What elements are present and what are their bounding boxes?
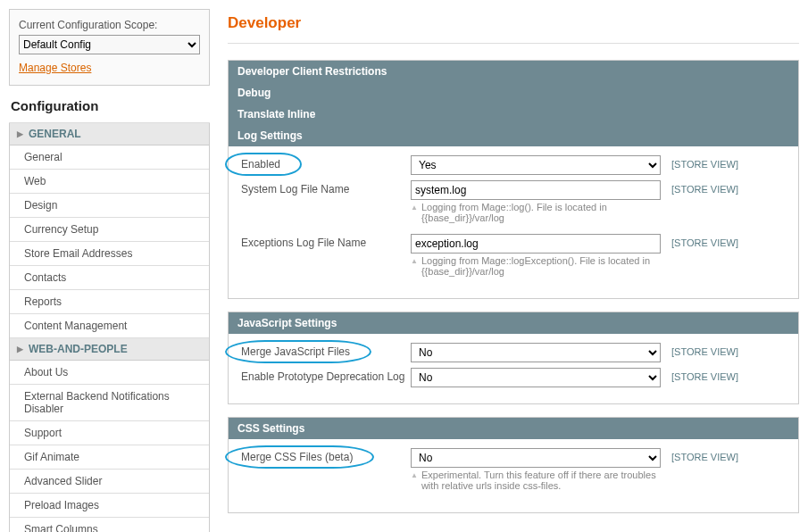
- field-row: Exceptions Log File Name▲Logging from Ma…: [241, 234, 786, 282]
- panel-header[interactable]: Developer Client Restrictions: [229, 61, 798, 82]
- field-row: Enable Prototype Deprecation LogNo[STORE…: [241, 368, 786, 387]
- sidebar-item[interactable]: Content Management: [10, 314, 209, 338]
- field-hint: ▲Logging from Mage::logException(). File…: [411, 254, 661, 282]
- page-title: Developer: [228, 9, 799, 44]
- sidebar-item[interactable]: General: [10, 145, 209, 170]
- field-label: Merge CSS Files (beta): [241, 448, 411, 463]
- field-row: Merge CSS Files (beta)No▲Experimental. T…: [241, 448, 786, 496]
- scope-link[interactable]: [STORE VIEW]: [671, 371, 738, 382]
- field-label: Exceptions Log File Name: [241, 234, 411, 249]
- sidebar-item[interactable]: Preload Images: [10, 494, 209, 518]
- sidebar-group-title: GENERAL: [29, 128, 81, 140]
- sidebar-item[interactable]: Gif Animate: [10, 445, 209, 470]
- sidebar-group-header[interactable]: ▶WEB-AND-PEOPLE: [9, 338, 210, 361]
- field-select[interactable]: Yes: [411, 155, 661, 175]
- sidebar: Current Configuration Scope: Default Con…: [9, 9, 210, 532]
- panel-body: Merge CSS Files (beta)No▲Experimental. T…: [229, 439, 798, 512]
- sidebar-item[interactable]: Reports: [10, 290, 209, 314]
- panel-header[interactable]: CSS Settings: [229, 418, 798, 439]
- sidebar-item[interactable]: Contacts: [10, 266, 209, 290]
- field-row: System Log File Name▲Logging from Mage::…: [241, 180, 786, 229]
- scope-select[interactable]: Default Config: [19, 35, 200, 54]
- field-label: Merge JavaScript Files: [241, 343, 411, 358]
- field-row: EnabledYes[STORE VIEW]: [241, 155, 786, 175]
- config-panel: Log SettingsEnabledYes[STORE VIEW]System…: [228, 125, 799, 299]
- sidebar-item[interactable]: Currency Setup: [10, 218, 209, 242]
- field-control: No: [411, 368, 661, 387]
- field-input[interactable]: [411, 234, 661, 254]
- sidebar-item[interactable]: Store Email Addresses: [10, 242, 209, 266]
- config-panel: Translate Inline: [228, 104, 799, 125]
- field-control: No▲Experimental. Turn this feature off i…: [411, 448, 661, 496]
- field-control: No: [411, 343, 661, 362]
- highlight-circle: Merge CSS Files (beta): [241, 451, 353, 463]
- highlight-circle: Merge JavaScript Files: [241, 345, 350, 358]
- config-panel: Developer Client Restrictions: [228, 60, 799, 82]
- sidebar-item[interactable]: About Us: [10, 361, 209, 385]
- field-row: Merge JavaScript FilesNo[STORE VIEW]: [241, 343, 786, 362]
- field-scope: [STORE VIEW]: [661, 234, 738, 249]
- chevron-right-icon: ▶: [17, 129, 23, 138]
- field-control: ▲Logging from Mage::logException(). File…: [411, 234, 661, 282]
- scope-link[interactable]: [STORE VIEW]: [671, 452, 738, 462]
- scope-link[interactable]: [STORE VIEW]: [671, 237, 738, 248]
- sidebar-item[interactable]: Smart Columns: [10, 518, 209, 532]
- field-hint: ▲Experimental. Turn this feature off if …: [411, 468, 661, 496]
- panel-header[interactable]: JavaScript Settings: [229, 312, 798, 334]
- field-label: Enable Prototype Deprecation Log: [241, 368, 411, 383]
- scope-link[interactable]: [STORE VIEW]: [671, 346, 738, 357]
- field-select[interactable]: No: [411, 368, 661, 387]
- panel-body: Merge JavaScript FilesNo[STORE VIEW]Enab…: [229, 334, 798, 403]
- field-input[interactable]: [411, 180, 661, 200]
- field-control: Yes: [411, 155, 661, 175]
- field-scope: [STORE VIEW]: [661, 343, 738, 358]
- sidebar-group-title: WEB-AND-PEOPLE: [29, 343, 128, 355]
- sidebar-item[interactable]: Support: [10, 421, 209, 445]
- scope-box: Current Configuration Scope: Default Con…: [9, 9, 210, 86]
- panel-header[interactable]: Debug: [229, 82, 798, 104]
- caret-up-icon: ▲: [411, 471, 418, 479]
- highlight-circle: Enabled: [241, 158, 280, 170]
- manage-stores-link[interactable]: Manage Stores: [19, 62, 91, 74]
- config-panel: Debug: [228, 82, 799, 104]
- panel-header[interactable]: Log Settings: [229, 125, 798, 146]
- field-select[interactable]: No: [411, 343, 661, 362]
- field-scope: [STORE VIEW]: [661, 180, 738, 195]
- sidebar-item[interactable]: External Backend Notifications Disabler: [10, 385, 209, 421]
- caret-up-icon: ▲: [411, 204, 418, 212]
- field-hint: ▲Logging from Mage::log(). File is locat…: [411, 200, 661, 229]
- field-label: Enabled: [241, 155, 411, 170]
- field-scope: [STORE VIEW]: [661, 368, 738, 383]
- field-select[interactable]: No: [411, 448, 661, 468]
- field-scope: [STORE VIEW]: [661, 448, 738, 463]
- sidebar-item[interactable]: Advanced Slider: [10, 470, 209, 494]
- field-scope: [STORE VIEW]: [661, 155, 738, 170]
- scope-link[interactable]: [STORE VIEW]: [671, 159, 738, 170]
- field-label: System Log File Name: [241, 180, 411, 195]
- panel-body: EnabledYes[STORE VIEW]System Log File Na…: [229, 146, 798, 298]
- panel-header[interactable]: Translate Inline: [229, 104, 798, 125]
- sidebar-item[interactable]: Design: [10, 194, 209, 218]
- field-control: ▲Logging from Mage::log(). File is locat…: [411, 180, 661, 229]
- config-heading: Configuration: [9, 91, 210, 123]
- sidebar-group-header[interactable]: ▶GENERAL: [9, 123, 210, 145]
- config-panel: CSS SettingsMerge CSS Files (beta)No▲Exp…: [228, 417, 799, 513]
- main: Developer Developer Client RestrictionsD…: [228, 9, 799, 532]
- caret-up-icon: ▲: [411, 257, 418, 265]
- scope-link[interactable]: [STORE VIEW]: [671, 184, 738, 195]
- sidebar-item[interactable]: Web: [10, 170, 209, 194]
- config-panel: JavaScript SettingsMerge JavaScript File…: [228, 312, 799, 404]
- chevron-right-icon: ▶: [17, 345, 23, 353]
- scope-label: Current Configuration Scope:: [19, 19, 200, 31]
